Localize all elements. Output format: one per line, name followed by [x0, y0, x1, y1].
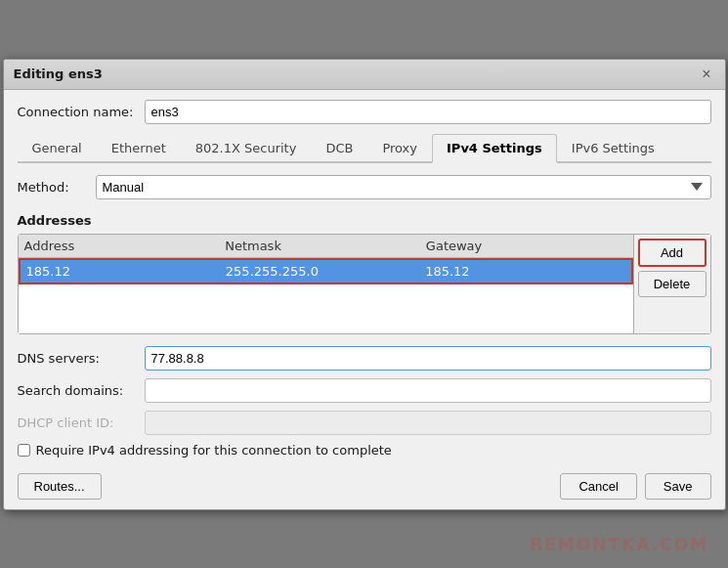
- col-netmask-header: Netmask: [225, 239, 426, 253]
- bottom-row: Routes... Cancel Save: [18, 467, 711, 500]
- title-bar: Editing ens3 ×: [4, 60, 725, 90]
- dhcp-client-id-input: [145, 411, 711, 435]
- dialog-title: Editing ens3: [14, 66, 103, 81]
- tab-ipv6[interactable]: IPv6 Settings: [557, 134, 669, 161]
- addresses-section-title: Addresses: [18, 213, 711, 228]
- dialog: Editing ens3 × Connection name: General …: [3, 59, 726, 510]
- tab-general[interactable]: General: [18, 134, 97, 161]
- addr-header: Address Netmask Gateway: [19, 235, 633, 258]
- tab-ethernet[interactable]: Ethernet: [97, 134, 181, 161]
- watermark: REMONTKA.COM: [530, 535, 708, 554]
- addr-buttons: Add Delete: [633, 235, 710, 333]
- method-select[interactable]: Manual: [96, 175, 711, 199]
- close-button[interactable]: ×: [698, 66, 714, 83]
- search-domains-row: Search domains:: [18, 378, 711, 403]
- search-domains-label: Search domains:: [18, 383, 145, 398]
- tab-proxy[interactable]: Proxy: [367, 134, 432, 161]
- gateway-value: 185.12: [425, 264, 624, 279]
- address-value: 185.12: [26, 264, 226, 279]
- dialog-buttons: Cancel Save: [560, 473, 710, 500]
- addresses-container: Address Netmask Gateway 185.12 255.255.2…: [18, 234, 711, 334]
- method-label: Method:: [18, 180, 96, 195]
- require-ipv4-row: Require IPv4 addressing for this connect…: [18, 443, 711, 458]
- tab-8021x[interactable]: 802.1X Security: [181, 134, 312, 161]
- dhcp-client-id-label: DHCP client ID:: [18, 415, 145, 430]
- routes-button[interactable]: Routes...: [18, 473, 102, 500]
- dns-servers-row: DNS servers:: [18, 346, 711, 371]
- addresses-table: Address Netmask Gateway 185.12 255.255.2…: [19, 235, 633, 333]
- netmask-value: 255.255.255.0: [226, 264, 425, 279]
- require-ipv4-label: Require IPv4 addressing for this connect…: [36, 443, 392, 458]
- tab-ipv4[interactable]: IPv4 Settings: [432, 134, 557, 163]
- dhcp-client-id-row: DHCP client ID:: [18, 411, 711, 435]
- tabs-bar: General Ethernet 802.1X Security DCB Pro…: [18, 134, 711, 163]
- method-row: Method: Manual: [18, 175, 711, 199]
- tab-dcb[interactable]: DCB: [311, 134, 367, 161]
- delete-button[interactable]: Delete: [638, 271, 707, 297]
- addr-empty: [19, 284, 633, 333]
- cancel-button[interactable]: Cancel: [560, 473, 636, 500]
- col-gateway-header: Gateway: [426, 239, 627, 253]
- require-ipv4-checkbox[interactable]: [18, 444, 30, 457]
- connection-name-row: Connection name:: [18, 100, 711, 124]
- connection-name-label: Connection name:: [18, 105, 145, 119]
- dns-servers-label: DNS servers:: [18, 351, 145, 366]
- dns-servers-input[interactable]: [145, 346, 711, 371]
- add-button[interactable]: Add: [638, 239, 707, 267]
- save-button[interactable]: Save: [645, 473, 711, 500]
- dialog-content: Connection name: General Ethernet 802.1X…: [4, 90, 725, 509]
- search-domains-input[interactable]: [145, 378, 711, 403]
- col-address-header: Address: [24, 239, 226, 253]
- connection-name-input[interactable]: [145, 100, 711, 124]
- address-row[interactable]: 185.12 255.255.255.0 185.12: [19, 258, 633, 284]
